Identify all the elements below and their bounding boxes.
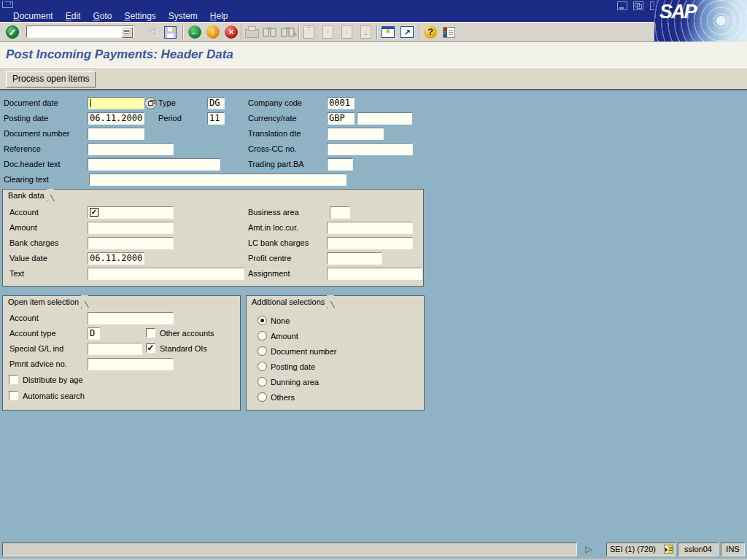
radio-option-posting-date[interactable]: Posting date bbox=[258, 359, 315, 370]
radio-button[interactable] bbox=[258, 331, 267, 341]
lc-bank-charges-input[interactable] bbox=[327, 237, 413, 249]
status-expand-button[interactable]: ▷ bbox=[583, 543, 595, 555]
ois-account-input[interactable] bbox=[88, 312, 174, 324]
shortcut-icon: ↗ bbox=[403, 28, 410, 36]
collapse-toolbar-icon[interactable]: ◁ bbox=[149, 26, 156, 36]
exit-button[interactable]: ↑ bbox=[206, 26, 220, 39]
document-number-input[interactable] bbox=[88, 128, 144, 140]
account-type-input[interactable]: D bbox=[88, 327, 100, 340]
menu-item-document[interactable]: Document bbox=[13, 10, 53, 22]
status-services-icon[interactable] bbox=[664, 545, 673, 553]
other-accounts-checkbox[interactable]: ✓ bbox=[146, 328, 155, 338]
amount-label: Amount bbox=[9, 222, 37, 233]
value-date-input[interactable]: 06.11.2000 bbox=[88, 252, 144, 265]
trading-part-ba-input[interactable] bbox=[327, 158, 353, 171]
exit-icon: ↑ bbox=[211, 26, 216, 37]
amt-in-loc-cur-input[interactable] bbox=[327, 222, 413, 234]
company-code-label: Company code bbox=[248, 98, 302, 109]
rate-input[interactable] bbox=[357, 112, 412, 125]
cancel-button[interactable]: × bbox=[225, 26, 238, 39]
command-input[interactable] bbox=[26, 26, 134, 38]
amount-input[interactable] bbox=[88, 222, 174, 234]
account-label: Account bbox=[9, 207, 39, 218]
business-area-input[interactable] bbox=[330, 206, 350, 219]
radio-option-others[interactable]: Others bbox=[258, 390, 295, 401]
radio-button[interactable] bbox=[258, 362, 267, 371]
new-session-button[interactable]: * bbox=[382, 26, 395, 38]
currency-input[interactable]: GBP bbox=[327, 112, 355, 125]
period-input[interactable]: 11 bbox=[207, 112, 225, 125]
menu-item-goto[interactable]: Goto bbox=[93, 10, 112, 22]
radio-label: Amount bbox=[271, 332, 298, 341]
customize-layout-button[interactable] bbox=[443, 27, 455, 38]
radio-option-dunning-area[interactable]: Dunning area bbox=[258, 375, 319, 386]
radio-button[interactable] bbox=[258, 316, 267, 325]
restore-button[interactable] bbox=[633, 1, 643, 10]
text-input[interactable] bbox=[88, 268, 244, 280]
clearing-text-input[interactable] bbox=[89, 174, 347, 186]
standard-toolbar: ✓ ◁ ← ↑ × + ↑ ↑ ↓ ↓ * ↗ ? bbox=[0, 22, 747, 42]
process-open-items-button[interactable]: Process open items bbox=[6, 71, 96, 88]
minimize-button[interactable] bbox=[617, 1, 627, 10]
standard-ois-checkbox[interactable]: ✓ bbox=[146, 343, 155, 353]
radio-button[interactable] bbox=[258, 377, 267, 386]
account-input[interactable]: ✓ bbox=[88, 206, 174, 219]
translation-dte-label: Translation dte bbox=[248, 128, 301, 139]
document-date-input[interactable] bbox=[88, 97, 144, 109]
next-page-button[interactable]: ↓ bbox=[341, 26, 352, 39]
application-toolbar: Process open items bbox=[0, 67, 747, 89]
special-gl-ind-input[interactable] bbox=[88, 343, 142, 355]
print-button[interactable] bbox=[245, 29, 259, 38]
radio-label: None bbox=[271, 316, 290, 325]
menu-item-edit[interactable]: Edit bbox=[66, 10, 81, 22]
find-next-button[interactable]: + bbox=[281, 27, 295, 37]
menu-item-settings[interactable]: Settings bbox=[124, 10, 155, 22]
help-button[interactable]: ? bbox=[424, 26, 437, 39]
bank-charges-input[interactable] bbox=[88, 237, 174, 249]
previous-page-button[interactable]: ↑ bbox=[322, 26, 333, 39]
save-button[interactable] bbox=[164, 26, 177, 39]
menu-item-system[interactable]: System bbox=[169, 10, 198, 22]
cross-cc-no-input[interactable] bbox=[327, 143, 413, 155]
reference-label: Reference bbox=[4, 144, 41, 155]
pmnt-advice-no-input[interactable] bbox=[88, 358, 174, 370]
doc-header-text-input[interactable] bbox=[88, 158, 220, 171]
reference-input[interactable] bbox=[88, 143, 174, 155]
command-dropdown-button[interactable] bbox=[122, 27, 133, 38]
collapse-glyph: ◁ bbox=[149, 26, 156, 36]
profit-centre-input[interactable] bbox=[327, 252, 382, 265]
radio-option-amount[interactable]: Amount bbox=[258, 329, 298, 340]
automatic-search-checkbox[interactable]: ✓ bbox=[9, 391, 18, 400]
clearing-text-label: Clearing text bbox=[4, 174, 49, 185]
ois-account-label: Account bbox=[9, 313, 39, 324]
translation-dte-input[interactable] bbox=[327, 128, 384, 140]
enter-button[interactable]: ✓ bbox=[6, 26, 19, 39]
menu-item-help[interactable]: Help bbox=[210, 10, 228, 22]
radio-button[interactable] bbox=[258, 346, 267, 356]
toolbar-separator bbox=[419, 25, 420, 39]
back-button[interactable]: ← bbox=[188, 26, 201, 39]
radio-option-none[interactable]: None bbox=[258, 314, 290, 324]
standard-ois-label: Standard OIs bbox=[160, 343, 207, 354]
radio-button[interactable] bbox=[258, 392, 267, 402]
period-label: Period bbox=[158, 113, 182, 124]
company-code-input[interactable]: 0001 bbox=[327, 97, 355, 109]
type-label: Type bbox=[158, 98, 176, 109]
distribute-by-age-checkbox[interactable]: ✓ bbox=[9, 375, 18, 384]
assignment-input[interactable] bbox=[327, 268, 422, 280]
brand-ripple-graphic: SAP bbox=[654, 0, 747, 42]
additional-selections-title: Additional selections bbox=[252, 298, 325, 306]
type-input[interactable]: DG bbox=[207, 97, 225, 109]
toolbar-separator bbox=[182, 25, 184, 39]
radio-option-document-number[interactable]: Document number bbox=[258, 344, 337, 355]
first-page-button[interactable]: ↑ bbox=[303, 26, 314, 39]
last-page-button[interactable]: ↓ bbox=[360, 26, 371, 39]
create-shortcut-button[interactable]: ↗ bbox=[400, 26, 414, 38]
sap-gui-window: DocumentEditGotoSettingsSystemHelp SAP ✓… bbox=[0, 0, 747, 560]
matchcode-button[interactable] bbox=[144, 97, 157, 109]
posting-date-input[interactable]: 06.11.2000 bbox=[88, 112, 144, 125]
find-button[interactable] bbox=[263, 27, 276, 37]
radio-label: Posting date bbox=[271, 362, 315, 371]
toolbar-separator bbox=[298, 25, 300, 39]
open-item-selection-tab: Open item selection bbox=[2, 295, 82, 308]
